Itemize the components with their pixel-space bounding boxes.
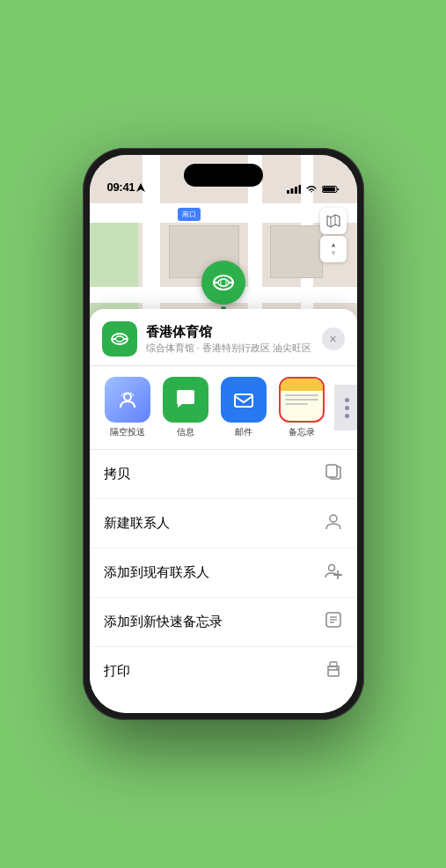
status-icons — [287, 185, 340, 194]
menu-print-label: 打印 — [104, 663, 130, 680]
svg-point-12 — [115, 336, 123, 342]
mail-icon — [232, 388, 255, 411]
wifi-icon — [305, 185, 318, 194]
stadium-icon — [211, 270, 236, 295]
share-item-mail[interactable]: 邮件 — [218, 377, 269, 438]
svg-rect-2 — [295, 187, 297, 194]
airdrop-icon — [116, 388, 139, 411]
share-item-notes[interactable]: 备忘录 — [276, 377, 327, 438]
messages-label: 信息 — [177, 426, 194, 438]
copy-icon — [324, 462, 343, 486]
map-controls — [320, 208, 347, 262]
svg-rect-18 — [326, 465, 337, 477]
menu-copy-label: 拷贝 — [104, 466, 130, 482]
phone-frame: 09:41 — [83, 148, 364, 720]
menu-item-print[interactable]: 打印 — [90, 647, 357, 695]
svg-point-29 — [336, 668, 338, 670]
quick-note-icon — [324, 610, 343, 634]
menu-item-copy[interactable]: 拷贝 — [90, 450, 357, 499]
svg-point-7 — [218, 279, 229, 286]
map-type-icon — [326, 214, 340, 228]
location-arrow-icon — [136, 183, 145, 192]
messages-icon — [174, 388, 197, 411]
svg-point-19 — [330, 515, 337, 522]
venue-name: 香港体育馆 — [146, 324, 313, 341]
menu-new-contact-label: 新建联系人 — [104, 515, 170, 532]
svg-point-15 — [124, 394, 131, 401]
svg-rect-16 — [235, 394, 252, 407]
venue-info: 香港体育馆 综合体育馆 · 香港特别行政区 油尖旺区 — [146, 324, 313, 355]
menu-item-new-contact[interactable]: 新建联系人 — [90, 499, 357, 548]
venue-icon — [102, 321, 137, 357]
share-row: 隔空投送 信息 — [90, 366, 357, 450]
map-building-2 — [270, 225, 323, 278]
pin-circle — [201, 261, 245, 305]
gate-label: 南口 — [178, 208, 201, 221]
battery-icon — [322, 185, 340, 194]
location-button[interactable] — [320, 236, 347, 262]
svg-rect-0 — [287, 190, 289, 194]
status-time: 09:41 — [107, 180, 135, 194]
mail-label: 邮件 — [235, 426, 252, 438]
share-item-messages[interactable]: 信息 — [160, 377, 211, 438]
dynamic-island — [184, 164, 263, 187]
menu-item-add-existing[interactable]: 添加到现有联系人 — [90, 548, 357, 598]
share-item-more[interactable] — [334, 385, 357, 430]
menu-list: 拷贝 新建联系人 — [90, 450, 357, 695]
new-contact-icon — [324, 511, 343, 535]
menu-quick-note-label: 添加到新快速备忘录 — [104, 614, 223, 630]
bottom-sheet: 香港体育馆 综合体育馆 · 香港特别行政区 油尖旺区 × — [90, 309, 357, 713]
menu-add-existing-label: 添加到现有联系人 — [104, 564, 209, 581]
notes-label: 备忘录 — [289, 426, 315, 438]
mail-icon-wrap — [221, 377, 267, 423]
airdrop-icon-wrap — [105, 377, 150, 423]
svg-rect-5 — [323, 188, 335, 192]
close-button[interactable]: × — [322, 327, 345, 350]
compass-icon — [327, 243, 340, 255]
menu-item-quick-note[interactable]: 添加到新快速备忘录 — [90, 598, 357, 647]
svg-rect-8 — [221, 279, 226, 286]
airdrop-label: 隔空投送 — [110, 426, 145, 438]
sheet-header: 香港体育馆 综合体育馆 · 香港特别行政区 油尖旺区 × — [90, 309, 357, 366]
svg-point-20 — [328, 565, 334, 571]
notes-icon-wrap — [279, 377, 325, 423]
add-existing-icon — [324, 561, 343, 585]
svg-rect-27 — [328, 670, 339, 676]
signal-icon — [287, 185, 301, 194]
messages-icon-wrap — [163, 377, 208, 423]
svg-rect-3 — [298, 185, 301, 194]
print-icon — [324, 659, 343, 683]
phone-screen: 09:41 — [90, 155, 357, 713]
map-type-button[interactable] — [320, 208, 347, 234]
share-item-airdrop[interactable]: 隔空投送 — [102, 377, 153, 438]
venue-stadium-icon — [109, 328, 130, 349]
map-road-h1 — [90, 203, 357, 223]
svg-rect-1 — [290, 188, 293, 194]
venue-description: 综合体育馆 · 香港特别行政区 油尖旺区 — [146, 342, 313, 355]
